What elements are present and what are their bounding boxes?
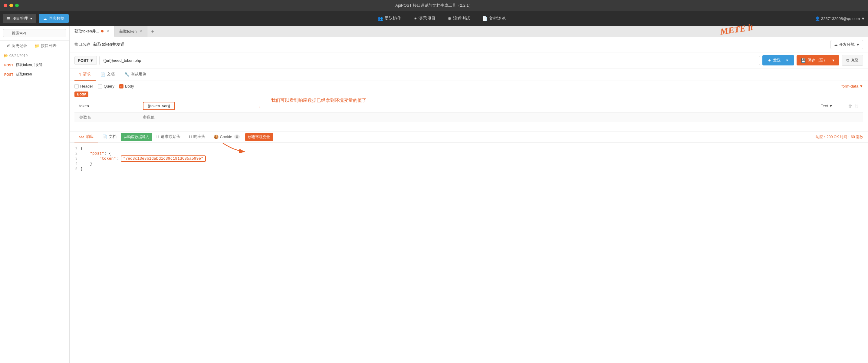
annotation-row: 参数名 参数值 → 我们可以看到响应数据已经拿到环境变量的值了 — [74, 113, 863, 128]
sidebar: 🔍 ↺ 历史记录 📁 接口列表 📂 03/24/2019 POST 获取toke… — [0, 26, 70, 363]
doc-icon: 📄 — [482, 16, 487, 21]
token-value-highlight: "7ed3c13e8b1dabd1c39c191d685a599e" — [121, 156, 206, 162]
flow-test-nav[interactable]: ⚙ 流程测试 — [447, 16, 470, 21]
import-response-button[interactable]: 从响应数据导入 — [121, 133, 152, 141]
response-tab-response-header[interactable]: H 响应头 — [185, 132, 209, 142]
line-num-1: 1 — [70, 146, 81, 150]
checkbox-group: Header Query Body form-data ▼ — [74, 84, 863, 88]
send-icon: ✈ — [768, 58, 771, 63]
body-checkbox[interactable]: Body — [119, 84, 134, 88]
method-select[interactable]: POST ▼ — [74, 56, 97, 65]
request-icon: ¶ — [79, 72, 82, 77]
history-tab-label: 历史记录 — [11, 43, 27, 49]
header-checkbox-box[interactable] — [74, 84, 79, 88]
sub-tab-doc[interactable]: 📄 文档 — [96, 68, 120, 81]
body-checkbox-box[interactable] — [119, 84, 123, 88]
sub-tab-doc-label: 文档 — [107, 72, 115, 77]
close-button[interactable] — [4, 4, 7, 7]
sub-tab-request[interactable]: ¶ 请求 — [74, 68, 96, 81]
cookie-label: Cookie — [220, 135, 232, 139]
response-tab-raw-header[interactable]: H 请求原始头 — [152, 132, 185, 142]
tab-add-button[interactable]: + — [147, 26, 157, 37]
tab-1[interactable]: 获取token ✕ — [115, 26, 148, 37]
code-line-5: 5 } — [70, 166, 868, 171]
tab-0[interactable]: 获取token并... ✕ — [70, 26, 115, 37]
query-checkbox[interactable]: Query — [98, 84, 115, 88]
project-mgmt-label: 项目管理 — [12, 16, 28, 21]
sub-tab-testcase[interactable]: 🔧 测试用例 — [120, 68, 151, 81]
save-label: 保存（至） — [807, 58, 827, 63]
send-button[interactable]: ✈ 发送 ▼ — [763, 55, 794, 65]
chevron-down-icon: ▼ — [859, 84, 863, 88]
query-checkbox-box[interactable] — [98, 84, 102, 88]
code-line-4: 4 } — [70, 161, 868, 166]
chevron-down-icon: ▼ — [856, 43, 860, 47]
save-dropdown-icon[interactable]: ▼ — [829, 58, 835, 62]
user-menu[interactable]: 👤 3257132998@qq.com ▼ — [815, 17, 865, 21]
tab-dot-0 — [101, 30, 103, 32]
team-collab-label: 团队协作 — [384, 16, 401, 21]
history-date: 📂 03/24/2019 — [0, 51, 69, 60]
header-checkbox[interactable]: Header — [74, 84, 93, 88]
url-input[interactable] — [99, 56, 760, 65]
body-badge: Body — [74, 91, 863, 100]
demo-project-nav[interactable]: ✈ 演示项目 — [413, 16, 435, 21]
list-item[interactable]: POST 获取token并发送 — [0, 60, 69, 70]
tab-label-0: 获取token并... — [74, 28, 99, 34]
header-label: Header — [80, 84, 93, 88]
code-block: 1 { 2 "post": { 3 "token": "7ed3c13e8b1d… — [70, 143, 868, 363]
folder-icon: 📂 — [4, 54, 8, 58]
flow-icon: ⚙ — [447, 16, 452, 21]
response-tab-response[interactable]: </> 响应 — [74, 132, 98, 142]
maximize-button[interactable] — [15, 4, 19, 7]
bind-env-button[interactable]: 绑定环境变量 — [245, 133, 273, 141]
api-name-label: 接口名称 — [74, 42, 90, 47]
doc-browse-nav[interactable]: 📄 文档浏览 — [482, 16, 506, 21]
response-label: 响应 — [86, 134, 94, 139]
minimize-button[interactable] — [9, 4, 13, 7]
search-input[interactable] — [3, 29, 66, 37]
sub-tabs: ¶ 请求 📄 文档 🔧 测试用例 — [70, 68, 868, 81]
list-item[interactable]: POST 获取token — [0, 70, 69, 79]
api-name-input[interactable] — [93, 41, 828, 48]
delete-icon[interactable]: 🗑 — [848, 104, 852, 109]
response-section: </> 响应 📄 文档 从响应数据导入 H 请求原始头 H 响应头 🍪 — [70, 131, 868, 363]
param-type-token[interactable]: Text ▼ — [821, 104, 845, 108]
history-icon: ↺ — [7, 44, 10, 48]
h-icon: H — [156, 135, 159, 139]
sync-data-button[interactable]: ☁ 同步数据 — [39, 14, 69, 23]
line-content-2: "post": { — [81, 151, 868, 156]
nav-center: 👥 团队协作 ✈ 演示项目 ⚙ 流程测试 📄 文档浏览 — [71, 16, 813, 21]
env-selector[interactable]: ☁ 开发环境 ▼ — [831, 40, 863, 49]
form-data-selector[interactable]: form-data ▼ — [841, 84, 863, 88]
line-content-5: } — [81, 167, 868, 171]
sidebar-tab-list[interactable]: 📁 接口列表 — [31, 40, 60, 51]
tab-close-0[interactable]: ✕ — [106, 29, 109, 33]
code-icon: </> — [79, 135, 85, 139]
param-value-label: 参数值 — [143, 115, 858, 120]
search-box: 🔍 — [0, 26, 69, 40]
save-button[interactable]: 💾 保存（至） ▼ — [797, 55, 839, 65]
flow-test-label: 流程测试 — [453, 16, 470, 21]
hamburger-icon: ☰ — [7, 17, 10, 21]
response-header-label: 响应头 — [193, 134, 205, 139]
send-dropdown-icon[interactable]: ▼ — [783, 58, 789, 62]
doc-label: 文档 — [108, 134, 117, 139]
response-tab-cookie[interactable]: 🍪 Cookie 0 — [210, 132, 244, 142]
url-bar: POST ▼ ✈ 发送 ▼ 💾 保存（至） ▼ ⧉ 克隆 — [70, 52, 868, 68]
content-area: 获取token并... ✕ 获取token ✕ + 接口名称 ☁ 开发环境 ▼ … — [70, 26, 868, 363]
chevron-down-icon: ▼ — [829, 104, 833, 108]
code-line-3: 3 "token": "7ed3c13e8b1dabd1c39c191d685a… — [70, 156, 868, 161]
response-tab-doc[interactable]: 📄 文档 — [98, 132, 121, 142]
list-tab-label: 接口列表 — [41, 43, 57, 49]
team-collab-nav[interactable]: 👥 团队协作 — [378, 16, 401, 21]
cloud-icon: ☁ — [834, 43, 838, 47]
sort-icon[interactable]: ⇅ — [855, 104, 858, 109]
clone-button[interactable]: ⧉ 克隆 — [842, 55, 863, 66]
tab-close-1[interactable]: ✕ — [140, 29, 142, 33]
code-line-1: 1 { — [70, 146, 868, 151]
project-mgmt-button[interactable]: ☰ 项目管理 ▼ — [3, 14, 36, 23]
list-icon: 📁 — [34, 44, 39, 48]
send-label: 发送 — [773, 58, 781, 63]
sidebar-tab-history[interactable]: ↺ 历史记录 — [3, 40, 31, 51]
